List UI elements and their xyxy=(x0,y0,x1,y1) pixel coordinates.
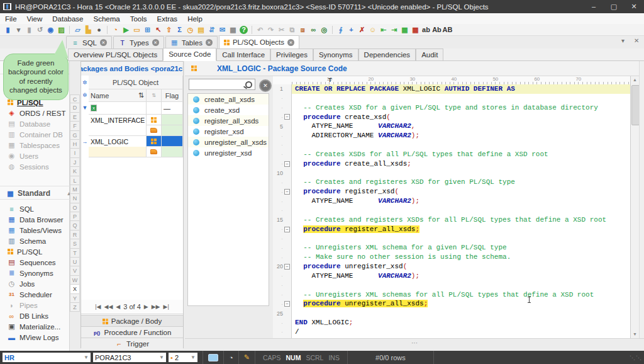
toolbar-paperclip-icon[interactable]: ∮ xyxy=(335,25,346,35)
sidebar-item-mview-logs[interactable]: ▬MView Logs xyxy=(0,332,69,343)
toolbar-find-next-icon[interactable]: ◎ xyxy=(319,25,330,35)
toolbar-paste-icon[interactable]: ⧈ xyxy=(297,25,308,35)
flag-cell[interactable] xyxy=(162,125,183,136)
toolbar-object-tree-icon[interactable]: ⊞ xyxy=(142,25,153,35)
grid-filter-cell[interactable]: x xyxy=(89,102,147,115)
pager-prev-icon[interactable]: ◀ xyxy=(116,304,120,310)
subtab-dependencies[interactable]: Dependencies xyxy=(358,48,416,60)
toolbar-compare-icon[interactable]: ⇵ xyxy=(206,25,217,35)
subtab-source-code[interactable]: Source Code xyxy=(163,48,216,61)
toolbar-summary-icon[interactable]: Σ xyxy=(174,25,185,35)
sidebar-item-tablespaces[interactable]: ▦Tablespaces xyxy=(0,140,69,151)
sidebar-item-synonyms[interactable]: ≣Synonyms xyxy=(0,268,69,278)
menu-item-schema[interactable]: Schema xyxy=(88,14,125,23)
tab-types[interactable]: TTypes✕ xyxy=(113,36,164,48)
alpha-filter-R[interactable]: R xyxy=(70,230,80,239)
alpha-filter-C[interactable]: C xyxy=(70,94,80,103)
toolbar-redo-icon[interactable]: ↷ xyxy=(265,25,276,35)
toolbar-unindent-icon[interactable]: ⇤ xyxy=(378,25,389,35)
pager-next-icon[interactable]: ▶▶ xyxy=(152,304,160,310)
alpha-filter-W[interactable]: W xyxy=(70,276,80,285)
alpha-filter-Z[interactable]: Z xyxy=(70,303,80,312)
toolbar-stop-icon[interactable]: ● xyxy=(94,25,104,35)
sidebar-item-sessions[interactable]: ◍Sessions xyxy=(0,161,69,172)
fold-collapse-icon[interactable]: – xyxy=(284,301,290,307)
package-row-name[interactable]: XML_INTERFACE xyxy=(89,115,147,125)
sidebar-item-db-links[interactable]: ∞DB Links xyxy=(0,310,69,321)
close-icon[interactable]: ✕ xyxy=(206,39,213,46)
timer-cell[interactable]: ◔ xyxy=(224,351,239,364)
toolbar-add-bookmark-icon[interactable]: + xyxy=(346,25,357,35)
fold-collapse-icon[interactable]: – xyxy=(284,161,290,167)
alpha-filter-K[interactable]: K xyxy=(70,167,80,176)
toolbar-connect-dropdown-icon[interactable]: ▾ xyxy=(13,25,24,35)
toolbar-new-file-icon[interactable]: ▱ xyxy=(72,25,83,35)
sidebar-item-sql[interactable]: ≡SQL xyxy=(0,203,69,214)
toolbar-help-icon[interactable]: ? xyxy=(240,26,248,34)
alpha-filter-H[interactable]: H xyxy=(70,140,80,149)
resize-grip[interactable]: ⋱⋱ xyxy=(630,355,642,361)
toolbar-lowercase-icon[interactable]: ab xyxy=(421,25,431,35)
sidebar-item-sequences[interactable]: ▤Sequences xyxy=(0,257,69,268)
toolbar-remove-bookmark-icon[interactable]: ✗ xyxy=(357,25,367,35)
toolbar-undo-icon[interactable]: ↶ xyxy=(255,25,265,35)
alpha-filter-O[interactable]: O xyxy=(70,203,80,212)
alpha-filter-E[interactable]: E xyxy=(70,113,80,122)
toolbar-copy-icon[interactable]: ⧉ xyxy=(287,25,297,35)
minimize-button[interactable]: – xyxy=(584,0,604,13)
package-row-name-span[interactable] xyxy=(89,125,147,136)
grid-filter-flag-cell[interactable]: — xyxy=(162,102,183,115)
sidebar-item-materialize-[interactable]: ▣Materialize... xyxy=(0,321,69,332)
tab-pl-sql-objects[interactable]: PL/SQL Objects✕ xyxy=(219,35,299,48)
toolbar-capitalize-icon[interactable]: Ab xyxy=(431,25,442,35)
pager-prev-icon[interactable]: |◀ xyxy=(95,304,101,310)
member-item-unregister_xsd[interactable]: unregister_xsd xyxy=(188,147,269,158)
sidebar-item-tables-views[interactable]: ▦Tables/Views xyxy=(0,225,69,236)
alpha-filter-Q[interactable]: Q xyxy=(70,221,80,230)
alpha-filter-N[interactable]: N xyxy=(70,194,80,203)
grid-name-header[interactable]: Name⇅ xyxy=(89,89,147,102)
sidebar-item-jobs[interactable]: ◷Jobs xyxy=(0,278,69,289)
toolbar-indent-icon[interactable]: ⇥ xyxy=(389,25,399,35)
tab-tables[interactable]: ▦Tables✕ xyxy=(165,36,218,48)
alpha-filter-F[interactable]: F xyxy=(70,122,80,130)
package-row-name[interactable]: XML_LOGIC xyxy=(89,136,147,147)
member-item-register_all_xsds[interactable]: register_all_xsds xyxy=(188,115,269,126)
button-procedure-function[interactable]: p()Procedure / Function xyxy=(81,326,183,338)
sort-icon[interactable]: ⇅ xyxy=(138,91,144,100)
alpha-filter-P[interactable]: P xyxy=(70,212,80,221)
close-button[interactable]: ✕ xyxy=(624,0,644,13)
menu-item-database[interactable]: Database xyxy=(47,14,88,23)
flag-cell[interactable] xyxy=(162,136,183,147)
tab-overflow-dropdown-icon[interactable]: ▾ xyxy=(621,37,625,44)
toolbar-binoculars-icon[interactable]: ∞ xyxy=(308,25,319,35)
alpha-filter-I[interactable]: I xyxy=(70,149,80,157)
toolbar-run-icon[interactable]: ▶ xyxy=(121,25,131,35)
close-icon[interactable]: ✕ xyxy=(100,39,107,46)
toolbar-edit-board-icon[interactable]: ▨ xyxy=(56,25,67,35)
button-trigger[interactable]: ⌐Trigger xyxy=(81,338,183,350)
toolbar-uppercase-icon[interactable]: AB xyxy=(442,25,453,35)
pager-next-icon[interactable]: ▶| xyxy=(164,304,169,310)
grid-type-header[interactable]: ⇅ xyxy=(147,89,162,102)
menu-item-view[interactable]: View xyxy=(22,14,48,23)
sidebar-item-schema[interactable]: ▥Schema xyxy=(0,236,69,246)
session-counter-selector[interactable]: • 2 ▼ xyxy=(169,353,197,362)
alpha-filter-D[interactable]: D xyxy=(70,103,80,112)
toolbar-grid-cross-icon[interactable]: ▦ xyxy=(410,25,421,35)
fold-collapse-icon[interactable]: – xyxy=(284,114,290,120)
alpha-filter-X[interactable]: X xyxy=(70,285,80,293)
body-type-cell[interactable] xyxy=(147,147,162,157)
alpha-filter-G[interactable]: G xyxy=(70,131,80,140)
flag-cell[interactable] xyxy=(162,147,183,157)
subtab-audit[interactable]: Audit xyxy=(416,48,443,60)
grid-flag-header[interactable]: Flag xyxy=(162,89,183,102)
filter-funnel-icon[interactable]: ▼ xyxy=(81,105,89,111)
toolbar-print-icon[interactable]: ▦ xyxy=(228,25,238,35)
standard-header[interactable]: ▦ Standard ▴ xyxy=(0,186,73,200)
close-icon[interactable]: ✕ xyxy=(152,39,159,46)
fold-collapse-icon[interactable]: – xyxy=(284,264,290,270)
subtab-overview-pl-sql-objects[interactable]: Overview PL/SQL Objects xyxy=(68,48,163,60)
toolbar-rollback-icon[interactable]: ↺ xyxy=(35,25,45,35)
menu-item-extras[interactable]: Extras xyxy=(152,14,183,23)
